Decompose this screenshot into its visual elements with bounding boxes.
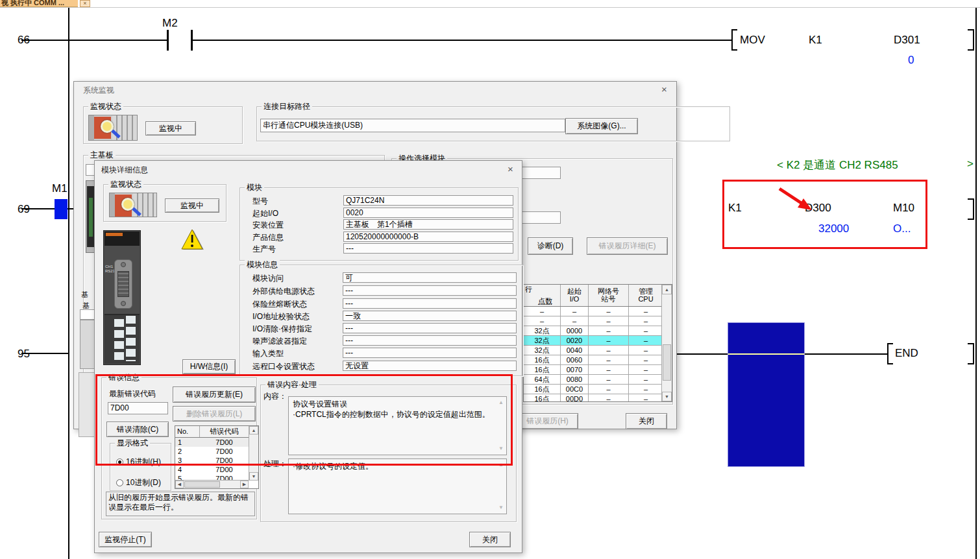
- rung-number-69: 69: [0, 203, 30, 216]
- rung95-wire-mid: [677, 353, 728, 355]
- end-instruction[interactable]: END: [895, 347, 918, 360]
- table-row[interactable]: 32点 0000 – –: [524, 326, 672, 336]
- document-tab-close-button[interactable]: ×: [80, 0, 90, 7]
- right-power-rail: [975, 8, 977, 559]
- ladder-comment-end: >: [967, 158, 974, 171]
- ladder-comment[interactable]: < K2 是通道 CH2 RS485: [777, 158, 898, 172]
- error-history-note: 从旧的履历开始显示错误履历。最新的错误显示在最后一行。: [106, 492, 255, 516]
- left-power-rail: [68, 8, 69, 559]
- module-info-value: 无设置: [343, 361, 517, 371]
- action-textarea[interactable]: ·修改协议号的设定值。 ▲ ▼: [288, 458, 507, 514]
- monitor-stop-button[interactable]: 监视停止(T): [99, 532, 152, 547]
- d301-monitor-value: 0: [908, 54, 914, 67]
- module-field-label: 起始I/O: [252, 209, 278, 218]
- module-info-label: 噪声滤波器指定: [252, 337, 307, 346]
- rung66-wire: [21, 40, 167, 41]
- mov-bracket-close: [968, 29, 974, 51]
- document-tab-label: 视 执行中 COMM ...: [1, 0, 64, 7]
- diagnose-button[interactable]: 诊断(D): [528, 237, 573, 255]
- scrollbar-thumb[interactable]: [663, 344, 671, 381]
- col-header-row-points: 行 点数: [524, 285, 561, 306]
- module-info-label: 外部供给电源状态: [252, 287, 315, 296]
- table-row-selected[interactable]: 32点 0020 – –: [524, 336, 672, 346]
- module-detail-close-icon[interactable]: ×: [508, 164, 513, 174]
- rung69-bracket-close: [968, 198, 974, 220]
- scroll-left-icon[interactable]: ◀: [175, 481, 184, 488]
- module-field-label: 安装位置: [252, 220, 284, 230]
- col-header-network: 网络号 站号: [589, 285, 629, 306]
- annotation-m10[interactable]: M10: [893, 202, 914, 215]
- error-history-button: 错误履历(H): [517, 413, 578, 429]
- error-history-detail-button: 错误履历详细(E): [587, 237, 668, 255]
- module-dialog-close-button[interactable]: 关闭: [469, 532, 511, 547]
- table-scrollbar[interactable]: ▲ ▼: [661, 285, 672, 401]
- contact-m2-bar-left[interactable]: [167, 30, 169, 51]
- table-row[interactable]: 32点 0040 – –: [524, 346, 672, 355]
- scroll-down-icon[interactable]: ▼: [498, 505, 504, 510]
- monitor-status-icon: [88, 115, 138, 141]
- connection-path-field: 串行通信CPU模块连接(USB): [260, 119, 565, 132]
- system-monitor-close-icon[interactable]: ×: [661, 84, 667, 94]
- contact-label-m2[interactable]: M2: [162, 17, 178, 30]
- table-row[interactable]: 16点 00C0 – –: [524, 385, 672, 394]
- table-row[interactable]: 16点 0070 – –: [524, 365, 672, 375]
- module-monitoring-button[interactable]: 监视中: [165, 198, 219, 213]
- mov-arg-k1[interactable]: K1: [809, 34, 822, 47]
- scroll-right-icon[interactable]: ▶: [240, 481, 249, 488]
- system-image-button[interactable]: 系统图像(G)...: [565, 118, 638, 134]
- scroll-up-icon[interactable]: ▲: [662, 285, 672, 294]
- table-row[interactable]: – – – –: [524, 316, 672, 326]
- error-list-item[interactable]: 4 7D00: [175, 465, 258, 474]
- module-info-value: ---: [343, 348, 517, 358]
- mov-arg-d301[interactable]: D301: [894, 34, 920, 47]
- module-field-label: 型号: [252, 196, 268, 206]
- annotation-k1[interactable]: K1: [728, 202, 742, 215]
- warning-icon: [181, 230, 204, 251]
- main-base-label: 主基板: [88, 150, 116, 160]
- module-info-value: ---: [343, 323, 517, 333]
- hw-info-button[interactable]: H/W信息(I): [182, 359, 236, 374]
- scroll-down-icon[interactable]: ▼: [662, 392, 672, 401]
- scroll-down-icon[interactable]: ▼: [249, 472, 258, 481]
- col-header-cpu: 管理 CPU: [629, 285, 663, 306]
- rung66-wire2: [193, 40, 731, 41]
- ladder-cursor-cell[interactable]: [728, 322, 805, 467]
- rung-number-95: 95: [0, 348, 30, 361]
- annotation-box-error: [95, 374, 513, 466]
- module-info-label: 输入类型: [252, 349, 284, 358]
- annotation-arrow-icon: [776, 185, 818, 218]
- monitor-status-label: 监视状态: [88, 102, 123, 111]
- table-row[interactable]: – – – –: [524, 307, 672, 316]
- system-monitor-close-button[interactable]: 关闭: [626, 413, 667, 429]
- radio-unselected-icon: [116, 479, 123, 486]
- d300-monitor-value: 32000: [818, 222, 849, 235]
- col-header-start-io: 起始 I/O: [561, 285, 589, 306]
- module-ch1-label: CH1 RS232: [105, 265, 114, 274]
- document-tab[interactable]: 视 执行中 COMM ...: [0, 0, 78, 7]
- module-field-label: 产品信息: [252, 233, 284, 242]
- module-field-value: 主基板 第1个插槽: [343, 219, 513, 230]
- scrollbar-thumb[interactable]: [184, 481, 220, 488]
- table-row[interactable]: 64点 0080 – –: [524, 375, 672, 385]
- table-row[interactable]: 16点 0060 – –: [524, 355, 672, 365]
- module-image: CH1 RS232: [103, 230, 141, 365]
- error-list-hscrollbar[interactable]: ◀ ▶: [175, 480, 249, 488]
- system-monitor-title: 系统监视: [83, 85, 114, 96]
- mov-instruction[interactable]: MOV: [740, 34, 765, 47]
- tabbar-divider: [0, 7, 980, 8]
- module-info-value: ---: [343, 335, 517, 346]
- base-label-2: 基: [82, 302, 90, 309]
- end-bracket-open: [887, 343, 893, 364]
- module-field-value: 0020: [343, 208, 513, 218]
- mov-bracket-open: [731, 29, 737, 51]
- module-info-label: 保险丝熔断状态: [252, 300, 307, 309]
- module-info-value: 可: [343, 272, 517, 283]
- close-icon: ×: [83, 1, 86, 6]
- radio-dec[interactable]: 10进制(D): [116, 478, 161, 487]
- contact-label-m1[interactable]: M1: [52, 182, 67, 195]
- table-row[interactable]: 16点 00D0 – –: [524, 394, 672, 402]
- monitoring-button[interactable]: 监视中: [145, 121, 196, 136]
- contact-m1-energized[interactable]: [55, 199, 67, 219]
- rung95-wire-right: [805, 353, 887, 355]
- module-monitor-status-icon: [109, 193, 157, 217]
